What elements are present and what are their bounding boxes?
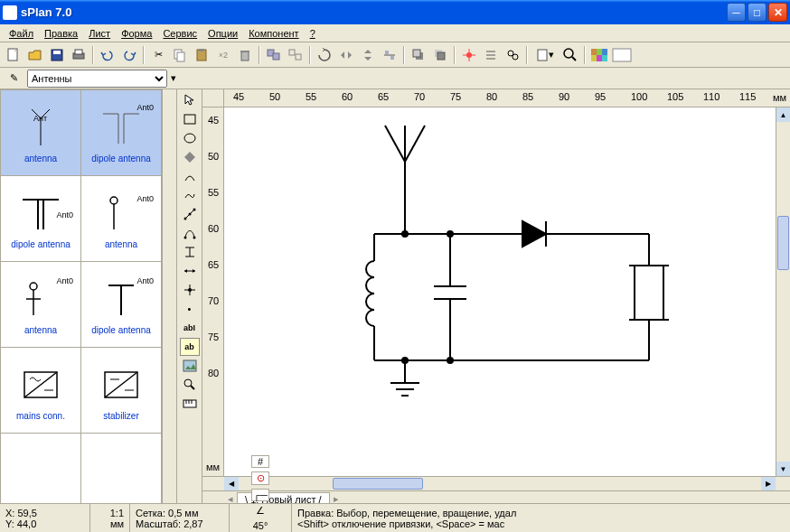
open-button[interactable] xyxy=(25,45,45,65)
maximize-button[interactable]: □ xyxy=(748,3,766,22)
back-button[interactable] xyxy=(430,45,450,65)
library-select[interactable]: Антенны xyxy=(27,70,167,88)
dropdown-arrow-icon[interactable]: ▾ xyxy=(171,72,176,84)
duplicate-button[interactable]: ×2 xyxy=(213,45,233,65)
angle-icon[interactable]: ∠ xyxy=(256,505,265,517)
grid-toggle-icon[interactable]: # xyxy=(251,455,269,468)
lib-item-antenna[interactable]: Ант antenna xyxy=(1,90,80,175)
page-button[interactable]: ▾ xyxy=(531,45,559,65)
zoom-tool[interactable] xyxy=(180,376,200,394)
status-coords: X: 59,5Y: 44,0 xyxy=(0,504,90,532)
svg-point-67 xyxy=(183,218,186,220)
new-button[interactable] xyxy=(4,45,24,65)
group-button[interactable] xyxy=(264,45,284,65)
lib-item-dipole-antenna-3[interactable]: Ant0 dipole antenna xyxy=(81,262,161,347)
mirror-v-button[interactable] xyxy=(358,45,378,65)
line-tool[interactable] xyxy=(180,205,200,223)
svg-rect-33 xyxy=(591,49,597,55)
svg-rect-2 xyxy=(53,51,61,54)
svg-rect-36 xyxy=(591,55,597,61)
save-button[interactable] xyxy=(47,45,67,65)
curve-tool[interactable] xyxy=(180,167,200,185)
svg-line-87 xyxy=(385,126,405,162)
list-button[interactable] xyxy=(481,45,501,65)
image-tool[interactable] xyxy=(180,357,200,375)
canvas[interactable] xyxy=(224,107,776,476)
freehand-tool[interactable] xyxy=(180,186,200,204)
svg-rect-37 xyxy=(597,55,602,61)
text-tool[interactable]: abI xyxy=(180,319,200,337)
lib-item-dipole-antenna[interactable]: Ant0 dipole antenna xyxy=(81,90,161,175)
snap-button[interactable] xyxy=(459,45,479,65)
menu-sheet[interactable]: Лист xyxy=(83,26,116,41)
menu-file[interactable]: Файл xyxy=(4,26,39,41)
menu-service[interactable]: Сервис xyxy=(157,26,202,41)
close-button[interactable]: ✕ xyxy=(768,3,787,22)
rotate-button[interactable] xyxy=(315,45,334,65)
redo-button[interactable] xyxy=(119,45,139,65)
zoom-button[interactable] xyxy=(560,45,580,65)
delete-button[interactable] xyxy=(235,45,255,65)
search-button[interactable] xyxy=(503,45,522,65)
junction-tool[interactable]: • xyxy=(180,300,200,318)
front-button[interactable] xyxy=(409,45,428,65)
svg-rect-64 xyxy=(184,115,195,124)
svg-point-71 xyxy=(193,237,195,239)
svg-rect-9 xyxy=(241,51,249,61)
svg-rect-35 xyxy=(602,49,607,55)
lib-item-dipole-antenna-2[interactable]: Ant0 dipole antenna xyxy=(1,176,80,261)
ruler-vertical[interactable]: 45 50 55 60 65 70 75 80 мм xyxy=(202,107,224,476)
lib-item-stabilizer[interactable]: stabilizer xyxy=(81,348,161,433)
copy-button[interactable] xyxy=(170,45,190,65)
app-icon xyxy=(3,5,17,20)
label-tool[interactable]: ab xyxy=(180,338,200,356)
rect-tool[interactable] xyxy=(180,110,200,128)
minimize-button[interactable]: ─ xyxy=(727,3,746,22)
sidebar-scrollbar[interactable] xyxy=(162,89,176,519)
measure-tool[interactable] xyxy=(180,395,200,413)
ungroup-button[interactable] xyxy=(286,45,306,65)
bezier-tool[interactable] xyxy=(180,224,200,242)
origin-icon[interactable]: ┌─ xyxy=(251,489,269,501)
svg-rect-82 xyxy=(183,400,196,407)
canvas-vscrollbar[interactable]: ▲▼ xyxy=(776,107,790,476)
menu-edit[interactable]: Правка xyxy=(39,26,83,41)
menu-help[interactable]: ? xyxy=(305,26,321,41)
lib-item-mains-conn[interactable]: mains conn. xyxy=(1,348,80,433)
svg-point-68 xyxy=(188,213,191,216)
svg-rect-14 xyxy=(296,54,301,60)
dim-tool[interactable] xyxy=(180,262,200,280)
lib-item-antenna-2[interactable]: Ant0 antenna xyxy=(81,176,161,261)
undo-button[interactable] xyxy=(98,45,118,65)
pointer-tool[interactable] xyxy=(180,91,200,109)
canvas-hscrollbar[interactable]: ◀▶ xyxy=(224,476,776,490)
lib-item-antenna-3[interactable]: Ant0 antenna xyxy=(1,262,80,347)
circle-tool[interactable] xyxy=(180,129,200,147)
magnet-icon[interactable]: ⊙ xyxy=(251,471,269,485)
node-tool[interactable] xyxy=(180,281,200,299)
cut-button[interactable]: ✂ xyxy=(148,45,168,65)
paste-button[interactable] xyxy=(192,45,212,65)
svg-point-70 xyxy=(183,237,186,239)
status-bar: X: 59,5Y: 44,0 1:1мм Сетка: 0,5 ммМасшта… xyxy=(0,503,790,532)
align-button[interactable] xyxy=(380,45,400,65)
svg-rect-8 xyxy=(199,49,204,51)
svg-rect-107 xyxy=(635,266,663,320)
svg-line-88 xyxy=(405,126,425,162)
svg-point-52 xyxy=(30,283,37,290)
colors-button[interactable] xyxy=(589,45,609,65)
menu-form[interactable]: Форма xyxy=(116,26,157,41)
lib-brush-icon[interactable]: ✎ xyxy=(4,69,24,89)
mirror-h-button[interactable] xyxy=(336,45,356,65)
menu-component[interactable]: Компонент xyxy=(243,26,304,41)
poly-tool[interactable] xyxy=(180,148,200,166)
svg-rect-16 xyxy=(385,51,389,54)
svg-point-113 xyxy=(447,357,454,364)
print-button[interactable] xyxy=(69,45,89,65)
ruler-horizontal[interactable]: 45 50 55 60 65 70 75 80 85 90 95 100 105… xyxy=(224,89,790,107)
menu-options[interactable]: Опции xyxy=(202,26,243,41)
connect-tool[interactable] xyxy=(180,243,200,261)
svg-rect-10 xyxy=(240,51,249,52)
svg-point-112 xyxy=(401,357,409,364)
swatch-button[interactable] xyxy=(611,45,633,65)
